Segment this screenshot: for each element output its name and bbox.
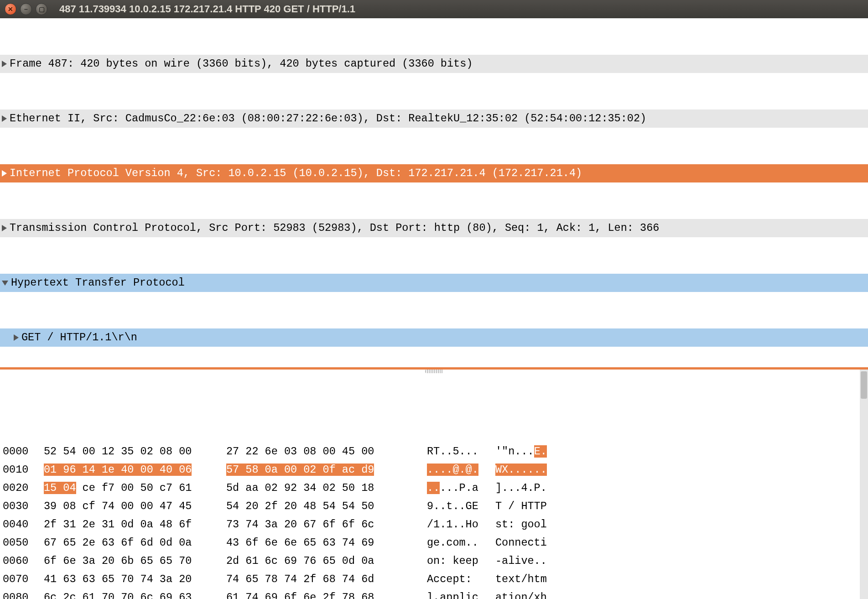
- hex-ascii-right: text/htm: [495, 570, 547, 589]
- window-titlebar: ✕ – ▢ 487 11.739934 10.0.2.15 172.217.21…: [0, 0, 868, 18]
- hex-ascii-right: -alive..: [495, 552, 547, 570]
- hex-line[interactable]: 002015 04 ce f7 00 50 c7 61 5d aa 02 92 …: [0, 479, 868, 497]
- hex-ascii-left: ge.com..: [427, 534, 495, 552]
- hex-dump-pane[interactable]: 000052 54 00 12 35 02 08 00 27 22 6e 03 …: [0, 370, 868, 599]
- tree-row-http[interactable]: Hypertext Transfer Protocol: [0, 274, 868, 292]
- hex-offset: 0060: [3, 552, 44, 570]
- hex-line[interactable]: 001001 96 14 1e 40 00 40 06 57 58 0a 00 …: [0, 461, 868, 479]
- pane-splitter-handle[interactable]: [425, 370, 443, 373]
- tree-label: Ethernet II, Src: CadmusCo_22:6e:03 (08:…: [10, 109, 868, 128]
- hex-ascii-right: Connecti: [495, 534, 547, 552]
- hex-bytes-right: 43 6f 6e 6e 65 63 74 69: [226, 534, 409, 552]
- hex-offset: 0070: [3, 570, 44, 589]
- collapse-icon[interactable]: [2, 281, 8, 286]
- window-close-button[interactable]: ✕: [5, 3, 16, 15]
- tree-label: GET / HTTP/1.1\r\n: [21, 328, 868, 347]
- tree-row-ip-selected[interactable]: Internet Protocol Version 4, Src: 10.0.2…: [0, 164, 868, 182]
- hex-ascii-left: on: keep: [427, 552, 495, 570]
- expand-icon[interactable]: [14, 334, 19, 341]
- hex-ascii-left: .....P.a: [427, 479, 495, 497]
- hex-bytes-right: 54 20 2f 20 48 54 54 50: [226, 497, 409, 516]
- hex-offset: 0010: [3, 461, 44, 479]
- hex-bytes-right: 74 65 78 74 2f 68 74 6d: [226, 570, 409, 589]
- hex-bytes-right: 2d 61 6c 69 76 65 0d 0a: [226, 552, 409, 570]
- hex-ascii-left: 9..t..GE: [427, 497, 495, 516]
- hex-ascii-right: ation/xh: [495, 589, 547, 599]
- hex-bytes-left: 39 08 cf 74 00 00 47 45: [44, 497, 226, 516]
- hex-ascii-left: l,applic: [427, 589, 495, 599]
- hex-bytes-left: 01 96 14 1e 40 00 40 06: [44, 461, 226, 479]
- hex-offset: 0080: [3, 589, 44, 599]
- hex-bytes-left: 6c 2c 61 70 70 6c 69 63: [44, 589, 226, 599]
- hex-line[interactable]: 003039 08 cf 74 00 00 47 45 54 20 2f 20 …: [0, 497, 868, 516]
- hex-bytes-right: 27 22 6e 03 08 00 45 00: [226, 443, 409, 461]
- hex-bytes-left: 6f 6e 3a 20 6b 65 65 70: [44, 552, 226, 570]
- hex-line[interactable]: 007041 63 63 65 70 74 3a 20 74 65 78 74 …: [0, 570, 868, 589]
- hex-line[interactable]: 000052 54 00 12 35 02 08 00 27 22 6e 03 …: [0, 443, 868, 461]
- scrollbar-thumb[interactable]: [861, 371, 867, 399]
- expand-icon[interactable]: [2, 115, 7, 122]
- expand-icon[interactable]: [2, 170, 7, 177]
- hex-ascii-left: ....@.@.: [427, 461, 495, 479]
- hex-bytes-right: 61 74 69 6f 6e 2f 78 68: [226, 589, 409, 599]
- hex-line[interactable]: 00806c 2c 61 70 70 6c 69 63 61 74 69 6f …: [0, 589, 868, 599]
- hex-bytes-right: 73 74 3a 20 67 6f 6f 6c: [226, 516, 409, 534]
- hex-bytes-left: 15 04 ce f7 00 50 c7 61: [44, 479, 226, 497]
- tree-label: Internet Protocol Version 4, Src: 10.0.2…: [10, 164, 868, 182]
- hex-ascii-left: RT..5...: [427, 443, 495, 461]
- hex-line[interactable]: 00402f 31 2e 31 0d 0a 48 6f 73 74 3a 20 …: [0, 516, 868, 534]
- hex-ascii-right: WX......: [495, 461, 547, 479]
- window-maximize-button[interactable]: ▢: [36, 3, 47, 15]
- tree-row-http-get[interactable]: GET / HTTP/1.1\r\n: [0, 328, 868, 347]
- hex-ascii-left: Accept:: [427, 570, 495, 589]
- hex-offset: 0020: [3, 479, 44, 497]
- hex-bytes-left: 41 63 63 65 70 74 3a 20: [44, 570, 226, 589]
- hex-ascii-right: ]...4.P.: [495, 479, 547, 497]
- hex-bytes-right: 5d aa 02 92 34 02 50 18: [226, 479, 409, 497]
- window-minimize-button[interactable]: –: [20, 3, 32, 15]
- hex-line[interactable]: 005067 65 2e 63 6f 6d 0d 0a 43 6f 6e 6e …: [0, 534, 868, 552]
- tree-row-ethernet[interactable]: Ethernet II, Src: CadmusCo_22:6e:03 (08:…: [0, 109, 868, 128]
- hex-ascii-right: st: gool: [495, 516, 547, 534]
- hex-offset: 0000: [3, 443, 44, 461]
- protocol-tree-pane[interactable]: Frame 487: 420 bytes on wire (3360 bits)…: [0, 18, 868, 370]
- tree-row-tcp[interactable]: Transmission Control Protocol, Src Port:…: [0, 219, 868, 237]
- hex-ascii-left: /1.1..Ho: [427, 516, 495, 534]
- tree-label: Transmission Control Protocol, Src Port:…: [10, 219, 868, 237]
- expand-icon[interactable]: [2, 61, 7, 67]
- hex-bytes-right: 57 58 0a 00 02 0f ac d9: [226, 461, 409, 479]
- expand-icon[interactable]: [2, 225, 7, 231]
- hex-ascii-right: '"n...E.: [495, 443, 547, 461]
- hex-line[interactable]: 00606f 6e 3a 20 6b 65 65 70 2d 61 6c 69 …: [0, 552, 868, 570]
- hex-offset: 0030: [3, 497, 44, 516]
- hex-bytes-left: 2f 31 2e 31 0d 0a 48 6f: [44, 516, 226, 534]
- hex-offset: 0050: [3, 534, 44, 552]
- hex-ascii-right: T / HTTP: [495, 497, 547, 516]
- tree-label: Hypertext Transfer Protocol: [11, 274, 868, 292]
- hex-offset: 0040: [3, 516, 44, 534]
- tree-row-frame[interactable]: Frame 487: 420 bytes on wire (3360 bits)…: [0, 55, 868, 73]
- hex-bytes-left: 67 65 2e 63 6f 6d 0d 0a: [44, 534, 226, 552]
- window-title: 487 11.739934 10.0.2.15 172.217.21.4 HTT…: [59, 3, 355, 15]
- tree-label: Frame 487: 420 bytes on wire (3360 bits)…: [10, 55, 868, 73]
- hex-bytes-left: 52 54 00 12 35 02 08 00: [44, 443, 226, 461]
